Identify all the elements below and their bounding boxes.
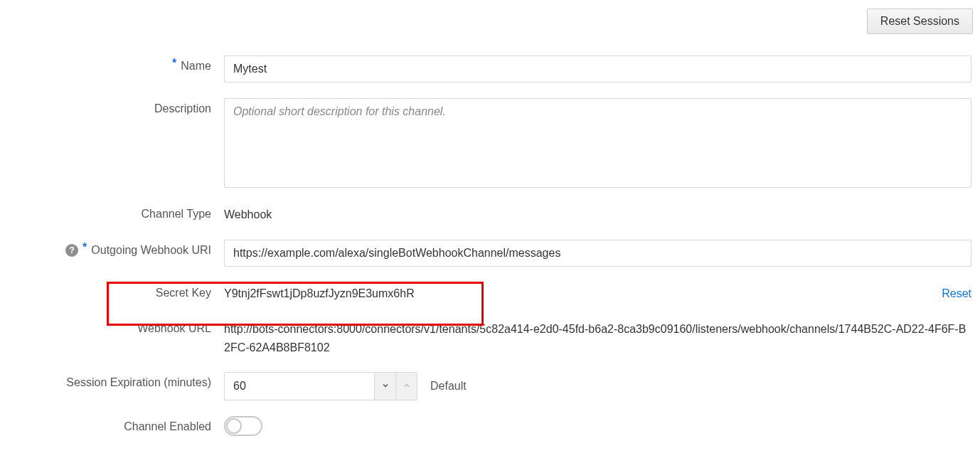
row-name: * Name bbox=[7, 55, 973, 83]
secret-key-label: Secret Key bbox=[156, 287, 211, 299]
name-label: Name bbox=[181, 60, 211, 73]
row-channel-type: Channel Type Webhook bbox=[7, 203, 973, 224]
webhook-url-label: Webhook URL bbox=[137, 322, 211, 335]
name-input[interactable] bbox=[224, 55, 971, 83]
stepper-down-button[interactable] bbox=[374, 373, 395, 400]
channel-form: * Name Description Channel Type Webhook … bbox=[7, 55, 973, 436]
row-secret-key: Secret Key Y9tnj2fFswt1jDp8uzfJyzn9E3umx… bbox=[7, 282, 973, 303]
webhook-url-value: http://bots-connectors:8000/connectors/v… bbox=[224, 318, 971, 356]
toggle-knob bbox=[226, 418, 242, 434]
row-description: Description bbox=[7, 98, 973, 188]
row-outgoing-uri: ? * Outgoing Webhook URI bbox=[7, 240, 973, 267]
secret-key-value: Y9tnj2fFswt1jDp8uzfJyzn9E3umx6hR bbox=[224, 282, 415, 303]
secret-key-reset-link[interactable]: Reset bbox=[942, 287, 971, 300]
reset-sessions-button[interactable]: Reset Sessions bbox=[867, 9, 973, 34]
session-expiration-label: Session Expiration (minutes) bbox=[66, 376, 211, 389]
session-expiration-stepper[interactable] bbox=[224, 372, 417, 400]
channel-enabled-toggle[interactable] bbox=[224, 416, 262, 436]
outgoing-uri-label: Outgoing Webhook URI bbox=[91, 244, 211, 257]
row-channel-enabled: Channel Enabled bbox=[7, 416, 973, 436]
description-label: Description bbox=[154, 102, 211, 115]
channel-type-value: Webhook bbox=[224, 203, 272, 224]
required-marker: * bbox=[82, 241, 87, 254]
session-expiration-default-label: Default bbox=[426, 380, 467, 393]
row-webhook-url: Webhook URL http://bots-connectors:8000/… bbox=[7, 318, 973, 356]
help-icon[interactable]: ? bbox=[65, 244, 78, 257]
session-expiration-input[interactable] bbox=[225, 373, 374, 400]
description-input[interactable] bbox=[224, 98, 971, 188]
chevron-up-icon bbox=[403, 380, 411, 393]
stepper-up-button[interactable] bbox=[395, 373, 417, 400]
row-session-expiration: Session Expiration (minutes) bbox=[7, 372, 973, 400]
channel-type-label: Channel Type bbox=[142, 208, 211, 220]
channel-enabled-label: Channel Enabled bbox=[124, 420, 211, 433]
chevron-down-icon bbox=[381, 380, 390, 393]
required-marker: * bbox=[172, 57, 176, 70]
outgoing-uri-input[interactable] bbox=[224, 240, 971, 267]
